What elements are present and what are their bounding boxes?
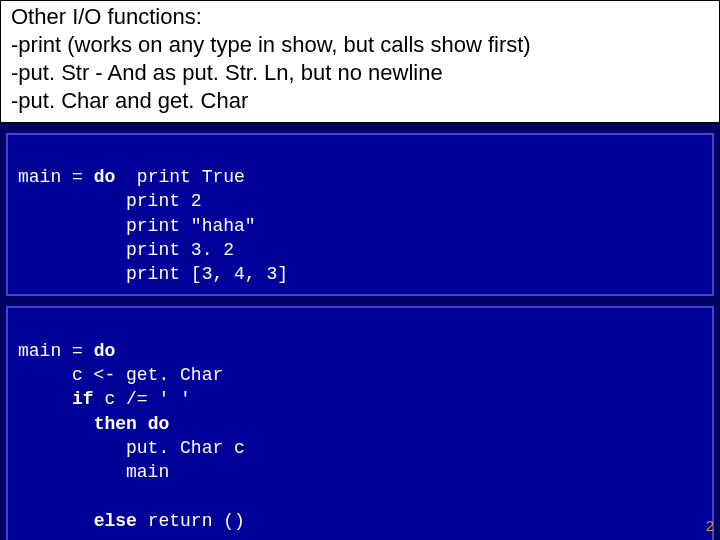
code-text: c <- get. Char — [18, 365, 223, 385]
code-text: return () — [137, 511, 245, 531]
code-text — [18, 511, 94, 531]
code-text: print 3. 2 — [18, 240, 234, 260]
code-text: print "haha" — [18, 216, 256, 236]
heading-line-3: -put. Str - And as put. Str. Ln, but no … — [11, 59, 709, 87]
code-text: main = — [18, 341, 94, 361]
page-number: 2 — [706, 517, 714, 534]
keyword-do: do — [94, 341, 116, 361]
code-text: put. Char c — [18, 438, 245, 458]
code-block-2: main = do c <- get. Char if c /= ' ' the… — [6, 306, 714, 540]
keyword-then-do: then do — [94, 414, 170, 434]
code-text: print [3, 4, 3] — [18, 264, 288, 284]
code-text: c /= ' ' — [94, 389, 191, 409]
code-text: main = — [18, 167, 94, 187]
code-text — [18, 389, 72, 409]
code-text — [18, 414, 94, 434]
heading-line-2: -print (works on any type in show, but c… — [11, 31, 709, 59]
code-text: print True — [115, 167, 245, 187]
code-blank — [18, 486, 29, 506]
keyword-if: if — [72, 389, 94, 409]
heading-line-1: Other I/O functions: — [11, 3, 709, 31]
keyword-else: else — [94, 511, 137, 531]
heading-line-4: -put. Char and get. Char — [11, 87, 709, 115]
code-block-1: main = do print True print 2 print "haha… — [6, 133, 714, 297]
keyword-do: do — [94, 167, 116, 187]
code-text: main — [18, 462, 169, 482]
code-text: print 2 — [18, 191, 202, 211]
slide-heading: Other I/O functions: -print (works on an… — [0, 0, 720, 123]
